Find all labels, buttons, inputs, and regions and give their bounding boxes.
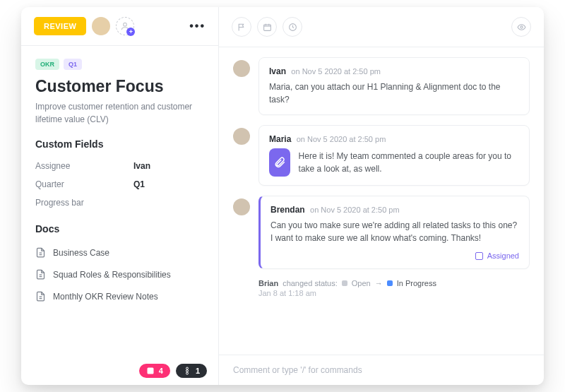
link-count-pill[interactable]: 4	[139, 364, 170, 378]
status-to-icon	[387, 280, 393, 286]
paperclip-icon	[273, 156, 286, 169]
avatar[interactable]	[233, 60, 250, 77]
arrow-icon: →	[375, 279, 383, 287]
status-change-entry: Brian changed status: Open → In Progress	[258, 279, 530, 287]
comment-bubble[interactable]: Brendan on Nov 5 2020 at 2:50 pm Can you…	[258, 196, 530, 269]
comment: Brendan on Nov 5 2020 at 2:50 pm Can you…	[233, 196, 530, 269]
comment: Ivan on Nov 5 2020 at 2:50 pm Maria, can…	[233, 57, 530, 115]
docs-heading: Docs	[35, 223, 204, 234]
review-status-button[interactable]: REVIEW	[34, 17, 86, 35]
tag-q1[interactable]: Q1	[64, 59, 82, 70]
comment-meta: on Nov 5 2020 at 2:50 pm	[291, 67, 381, 76]
docs-section: Docs Business Case Squad Roles & Respons…	[35, 223, 204, 307]
doc-icon	[35, 269, 46, 280]
status-from-icon	[342, 280, 347, 286]
comment-author: Brendan	[270, 205, 305, 215]
svg-point-3	[186, 367, 188, 369]
field-label: Assignee	[35, 161, 70, 171]
comment-body: Can you two make sure we're adding all r…	[270, 219, 519, 244]
doc-item[interactable]: Squad Roles & Responsibilities	[35, 263, 204, 285]
tag-okr[interactable]: OKR	[35, 59, 59, 70]
comment-input[interactable]	[233, 365, 530, 375]
task-title[interactable]: Customer Focus	[35, 77, 204, 96]
time-button[interactable]	[282, 17, 302, 37]
clock-icon	[288, 23, 297, 32]
left-footer: 4 1	[21, 356, 218, 385]
comment-author: Maria	[269, 134, 291, 144]
svg-point-0	[124, 23, 127, 26]
checkbox-icon	[475, 252, 483, 260]
right-header	[219, 7, 544, 47]
tag-list: OKR Q1	[35, 59, 204, 70]
doc-label: Business Case	[53, 248, 109, 258]
plus-icon: +	[126, 28, 135, 36]
assigned-tag[interactable]: Assigned	[270, 251, 519, 260]
watch-button[interactable]	[511, 17, 531, 37]
field-label: Progress bar	[35, 198, 84, 208]
custom-fields-heading: Custom Fields	[35, 138, 204, 150]
avatar[interactable]	[233, 198, 250, 215]
svg-rect-1	[147, 368, 153, 374]
link-icon	[146, 367, 155, 375]
assignee-avatar[interactable]	[92, 17, 110, 35]
status-verb: changed status:	[282, 279, 338, 287]
comment-meta: on Nov 5 2020 at 2:50 pm	[297, 135, 386, 143]
comment-bubble[interactable]: Ivan on Nov 5 2020 at 2:50 pm Maria, can…	[258, 57, 530, 115]
comment: Maria on Nov 5 2020 at 2:50 pm Here it i…	[233, 125, 530, 186]
comment-input-bar	[219, 355, 544, 385]
flag-icon	[237, 23, 246, 32]
calendar-icon	[263, 23, 272, 32]
date-button[interactable]	[257, 17, 277, 37]
doc-label: Squad Roles & Responsibilities	[53, 270, 171, 280]
comment-meta: on Nov 5 2020 at 2:50 pm	[310, 206, 400, 214]
assigned-label: Assigned	[487, 251, 519, 260]
field-progress[interactable]: Progress bar	[35, 194, 204, 212]
svg-rect-5	[263, 24, 270, 30]
doc-item[interactable]: Monthly OKR Review Notes	[35, 285, 204, 307]
comment-body: Maria, can you attach our H1 Planning & …	[269, 81, 519, 106]
comment-bubble[interactable]: Maria on Nov 5 2020 at 2:50 pm Here it i…	[258, 125, 530, 186]
right-panel: Ivan on Nov 5 2020 at 2:50 pm Maria, can…	[219, 7, 544, 385]
field-quarter[interactable]: Quarter Q1	[35, 175, 204, 194]
field-label: Quarter	[35, 179, 64, 189]
figma-count: 1	[196, 367, 200, 375]
avatar[interactable]	[233, 128, 250, 145]
status-actor: Brian	[258, 279, 278, 287]
figma-count-pill[interactable]: 1	[176, 364, 207, 378]
svg-point-2	[186, 370, 188, 372]
field-assignee[interactable]: Assignee Ivan	[35, 157, 204, 175]
comment-author: Ivan	[269, 66, 286, 76]
figma-icon	[183, 367, 191, 375]
task-description[interactable]: Improve customer retention and customer …	[35, 100, 204, 126]
doc-label: Monthly OKR Review Notes	[53, 292, 158, 302]
more-menu-button[interactable]: •••	[189, 20, 206, 32]
left-body: OKR Q1 Customer Focus Improve customer r…	[21, 46, 218, 356]
field-value: Ivan	[133, 161, 204, 171]
status-change-time: Jan 8 at 1:18 am	[258, 289, 530, 297]
svg-point-7	[520, 25, 522, 28]
link-count: 4	[159, 367, 163, 375]
svg-point-4	[186, 372, 188, 374]
field-value: Q1	[133, 179, 204, 189]
flag-button[interactable]	[232, 17, 251, 37]
attachment-button[interactable]	[269, 148, 290, 177]
comment-body: Here it is! My team commented a couple a…	[299, 150, 519, 175]
doc-item[interactable]: Business Case	[35, 242, 204, 263]
status-to: In Progress	[397, 279, 436, 287]
doc-icon	[35, 247, 46, 258]
comment-thread: Ivan on Nov 5 2020 at 2:50 pm Maria, can…	[219, 47, 544, 355]
left-panel: REVIEW + ••• OKR Q1 Customer Focus Impro…	[21, 7, 219, 385]
eye-icon	[517, 23, 526, 32]
status-from: Open	[352, 279, 371, 287]
add-assignee-button[interactable]: +	[116, 17, 134, 35]
left-header: REVIEW + •••	[21, 7, 218, 46]
task-card: REVIEW + ••• OKR Q1 Customer Focus Impro…	[21, 7, 544, 385]
doc-icon	[35, 291, 46, 302]
